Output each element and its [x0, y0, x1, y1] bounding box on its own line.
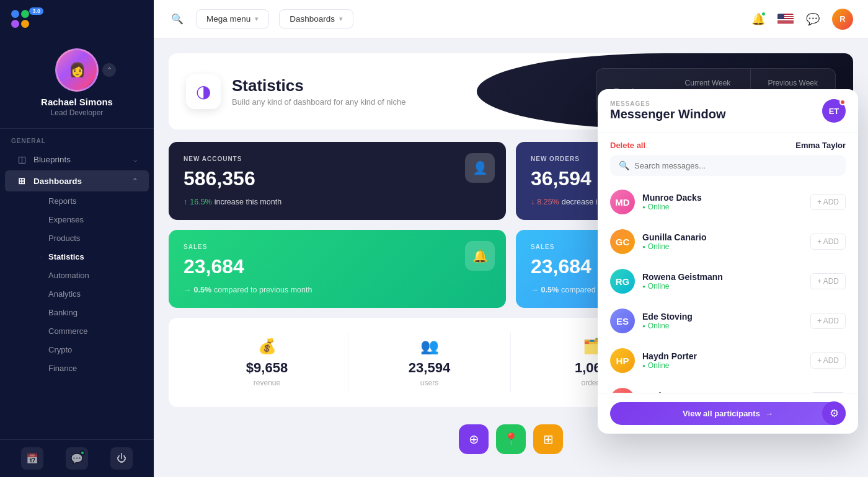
messenger-search: 🔍	[598, 155, 858, 182]
notifications-button[interactable]: 🔔	[748, 9, 769, 30]
contact-info: Rueben Hays Online	[642, 391, 803, 393]
sidebar-item-analytics[interactable]: Analytics	[48, 285, 149, 303]
contact-info: Munroe Dacks Online	[642, 193, 803, 211]
grid-action-button[interactable]: ⊞	[533, 424, 563, 454]
page-title: Statistics	[232, 76, 585, 95]
page-content: ◑ Statistics Build any kind of dashboard…	[154, 38, 868, 477]
add-contact-button[interactable]: + ADD	[810, 194, 846, 210]
card-label: NEW ACCOUNTS	[184, 155, 491, 162]
contact-avatar: RH	[610, 388, 635, 393]
chevron-down-icon: ⌵	[133, 155, 138, 164]
sidebar-section-general: GENERAL	[0, 129, 154, 148]
card-change: ↑ 16.5% increase this month	[184, 198, 491, 206]
sidebar-sub-label: Analytics	[48, 289, 81, 299]
view-all-participants-button[interactable]: View all participants →	[610, 402, 846, 425]
contact-item[interactable]: HP Haydn Porter Online + ADD	[598, 341, 858, 380]
add-action-button[interactable]: ⊕	[459, 424, 489, 454]
language-flag[interactable]	[777, 14, 794, 25]
products-dot	[143, 236, 148, 240]
contact-item[interactable]: RG Rowena Geistmann Online + ADD	[598, 261, 858, 301]
sidebar-sub-label: Finance	[48, 364, 77, 373]
stats-icon: ◑	[186, 74, 221, 109]
sidebar-item-expenses[interactable]: Expenses	[48, 211, 149, 229]
profile-chevron[interactable]: ⌃	[102, 63, 116, 77]
add-contact-button[interactable]: + ADD	[810, 352, 846, 369]
contact-name: Gunilla Canario	[642, 232, 803, 242]
gear-icon: ⚙	[830, 407, 839, 420]
card-icon: 👤	[465, 153, 495, 183]
expenses-dot	[143, 217, 148, 222]
statistics-dot	[143, 255, 148, 259]
active-bullet: ●	[40, 254, 43, 260]
card-label: SALES	[184, 243, 491, 250]
settings-button[interactable]: ⚙	[822, 401, 846, 425]
messenger-actions: Delete all Emma Taylor	[598, 133, 858, 155]
messenger-notification-dot	[839, 99, 846, 105]
calendar-icon-btn[interactable]: 📅	[21, 447, 43, 470]
version-badge: 3.0	[29, 7, 43, 15]
contact-item[interactable]: ES Ede Stoving Online + ADD	[598, 301, 858, 341]
sidebar-item-blueprints[interactable]: ◫ Blueprints ⌵	[5, 149, 149, 170]
sidebar-bottom: 📅 💬 ⏻	[0, 439, 154, 477]
sidebar-sub-label: Reports	[48, 196, 77, 206]
topbar-right: 🔔 💬 R	[748, 9, 853, 30]
topbar: 🔍 Mega menu ▾ Dashboards ▾ 🔔 💬 R	[154, 0, 868, 38]
change-pct: 0.5%	[194, 286, 212, 294]
contact-item[interactable]: MD Munroe Dacks Online + ADD	[598, 182, 858, 222]
add-contact-button[interactable]: + ADD	[810, 273, 846, 289]
stat-card-new-accounts: NEW ACCOUNTS 586,356 ↑ 16.5% increase th…	[169, 142, 506, 220]
contact-status: Online	[642, 242, 803, 251]
sidebar: 3.0 👩 ⌃ Rachael Simons Lead Developer GE…	[0, 0, 154, 477]
card-value: 586,356	[184, 167, 491, 190]
sidebar-item-dashboards[interactable]: ⊞ Dashboards ⌃	[5, 170, 149, 191]
metric-value: 23,594	[409, 360, 450, 376]
messages-button[interactable]: 💬	[802, 9, 823, 30]
contact-item[interactable]: RH Rueben Hays Online + ADD	[598, 380, 858, 393]
search-button[interactable]: 🔍	[169, 11, 186, 28]
user-avatar-topbar[interactable]: R	[832, 9, 853, 30]
contact-avatar: GC	[610, 229, 635, 254]
contact-item[interactable]: GC Gunilla Canario Online + ADD	[598, 222, 858, 261]
sidebar-item-reports[interactable]: Reports	[48, 192, 149, 210]
metric-label: revenue	[254, 379, 280, 387]
sidebar-item-commerce[interactable]: Commerce	[48, 322, 149, 340]
sidebar-item-label: Blueprints	[33, 155, 71, 164]
chat-icon-btn[interactable]: 💬	[66, 447, 88, 470]
location-action-button[interactable]: 📍	[496, 424, 526, 454]
change-pct: 0.5%	[541, 286, 559, 294]
messenger-user-avatar[interactable]: ET	[822, 99, 846, 123]
change-arrow: →	[531, 286, 539, 294]
contact-status: Online	[642, 361, 803, 370]
sidebar-logo: 3.0	[0, 0, 154, 42]
contact-name: Munroe Dacks	[642, 193, 803, 203]
dashboards-menu-button[interactable]: Dashboards ▾	[279, 9, 353, 28]
sidebar-item-products[interactable]: Products	[48, 229, 149, 247]
change-arrow: ↑	[184, 198, 187, 206]
add-contact-button[interactable]: + ADD	[810, 313, 846, 329]
stats-header-text: Statistics Build any kind of dashboard f…	[232, 76, 585, 107]
search-field-wrap: 🔍	[610, 155, 846, 176]
delete-all-button[interactable]: Delete all	[610, 141, 645, 150]
messenger-search-input[interactable]	[634, 161, 837, 170]
add-contact-button[interactable]: + ADD	[810, 234, 846, 250]
blueprints-icon: ◫	[16, 154, 27, 164]
logo-icon: 3.0	[11, 10, 37, 36]
chevron-down-icon: ▾	[255, 15, 259, 23]
notification-dot	[761, 11, 766, 17]
mega-menu-button[interactable]: Mega menu ▾	[196, 9, 269, 28]
sidebar-item-automation[interactable]: Automation	[48, 266, 149, 284]
card-change: → 0.5% compared to previous month	[184, 286, 491, 294]
power-icon-btn[interactable]: ⏻	[110, 447, 133, 470]
sidebar-sub-label: Statistics	[48, 252, 84, 261]
users-icon: 👥	[420, 338, 439, 355]
dashboards-label: Dashboards	[290, 14, 335, 24]
sidebar-item-finance[interactable]: Finance	[48, 359, 149, 377]
messenger-panel: MESSAGES Messenger Window ET Delete all …	[598, 89, 858, 434]
sidebar-item-crypto[interactable]: Crypto	[48, 341, 149, 359]
contact-avatar: HP	[610, 348, 635, 373]
sidebar-item-statistics[interactable]: ● Statistics	[48, 248, 149, 266]
add-contact-button[interactable]: + ADD	[810, 392, 846, 393]
sidebar-item-banking[interactable]: Banking	[48, 304, 149, 322]
contact-name: Rueben Hays	[642, 391, 803, 393]
contact-status: Online	[642, 282, 803, 291]
